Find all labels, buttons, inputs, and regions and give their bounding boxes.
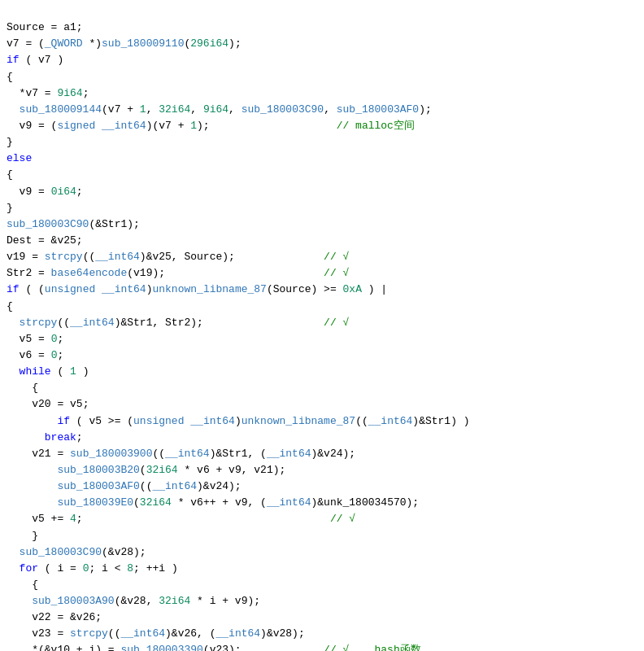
code-line: v21 = sub_180003900((__int64)&Str1, (__i… (32, 448, 355, 460)
code-line: { (7, 71, 13, 83)
code-line: v9 = (signed __int64)(v7 + 1); // malloc… (20, 120, 415, 132)
code-line: } (20, 530, 38, 542)
code-line: *v7 = 9i64; (20, 87, 89, 99)
code-line: v19 = strcpy((__int64)&v25, Source); // … (7, 251, 349, 263)
code-line: } (7, 202, 13, 214)
code-line: while (20, 365, 51, 378)
code-line: sub_180003C90 (20, 546, 102, 558)
code-line: sub_180003AF0 (32, 480, 140, 492)
code-line: sub_180003C90 (7, 218, 89, 230)
code-line: { (20, 579, 38, 591)
code-line: { (7, 168, 13, 181)
code-line: { (20, 382, 38, 394)
code-line: Dest = &v25; (7, 234, 83, 247)
code-line: sub_180003B20 (32, 464, 140, 476)
code-line: } (7, 136, 13, 148)
code-line: v5 += 4; // √ (32, 513, 355, 525)
code-line: sub_180003A90 (32, 595, 114, 607)
code-line: break (45, 431, 76, 443)
code-line: if (7, 54, 20, 66)
code-line: v9 = 0i64; (20, 186, 83, 198)
code-line: strcpy (20, 317, 58, 329)
code-line: Str2 = base64encode(v19); // √ (7, 267, 349, 279)
code-line: Source = a1; (7, 21, 83, 33)
code-line: *(&v10 + i) = sub_180003390(v23); // √ h… (32, 644, 421, 651)
code-line: v7 = (_QWORD *)sub_180009110(296i64); (7, 37, 242, 50)
code-line: if (7, 283, 20, 295)
code-line: { (7, 300, 13, 312)
code-line: if (32, 415, 70, 427)
code-line: else (7, 152, 32, 164)
code-line: for (20, 562, 38, 575)
code-line: v22 = &v26; (32, 611, 102, 623)
code-line: sub_180009144 (20, 103, 102, 116)
code-line: v23 = strcpy((__int64)&v26, (__int64)&v2… (32, 627, 304, 640)
code-line: sub_180039E0 (32, 496, 133, 509)
code-line: v5 = 0; (20, 333, 64, 345)
code-container: Source = a1; v7 = (_QWORD *)sub_18000911… (0, 0, 644, 651)
code-line: v20 = v5; (32, 398, 89, 410)
code-line: v6 = 0; (20, 349, 64, 361)
